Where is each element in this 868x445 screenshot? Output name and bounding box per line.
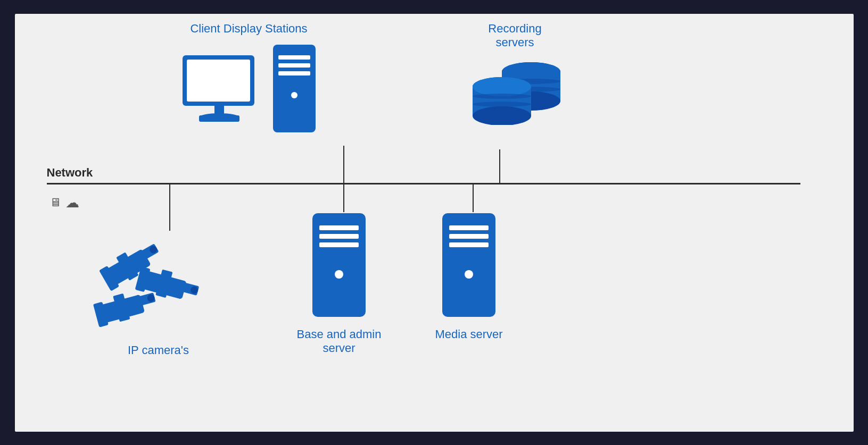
ip-cameras-area: IP camera's [84,216,233,357]
svg-point-20 [473,94,531,99]
vline-media-server-down [473,183,474,212]
base-admin-server-icon [310,211,368,322]
svg-point-21 [473,102,531,107]
media-server-label: Media server [435,328,503,341]
network-line [47,183,800,184]
vline-recording-servers-up [499,149,500,183]
media-server-area: Media server [435,211,503,341]
svg-rect-6 [278,55,310,60]
vline-client-display-up [343,146,344,183]
monitor-icon [180,53,265,135]
svg-rect-4 [199,115,239,122]
svg-point-18 [473,106,531,125]
recording-servers-area: Recording servers [462,22,568,125]
media-server-icon [440,211,498,322]
client-display-stations-label: Client Display Stations [190,22,307,36]
svg-point-19 [473,77,531,96]
diagram-container: Network 🖥 ☁ Client Display Stations [14,13,855,433]
network-label: Network [47,166,93,180]
network-icons: 🖥 ☁ [49,195,79,211]
ethernet-icon: 🖥 [49,196,61,209]
client-display-icons [180,42,318,135]
database-stack-icon [462,56,568,125]
svg-point-49 [465,270,473,279]
desktop-tower-icon [270,42,318,135]
svg-rect-48 [449,242,489,247]
svg-point-9 [291,92,297,98]
svg-rect-8 [278,71,310,75]
svg-rect-47 [449,234,489,239]
svg-rect-43 [319,242,359,247]
ip-cameras-label: IP camera's [128,343,189,357]
svg-rect-42 [319,234,359,239]
svg-rect-7 [278,63,310,68]
vline-base-admin-down [343,183,344,212]
svg-rect-46 [449,225,489,230]
svg-point-44 [335,270,343,279]
recording-servers-label: Recording servers [488,22,541,49]
base-admin-server-label: Base and adminserver [297,328,382,355]
cloud-icon: ☁ [65,195,79,211]
ip-cameras-icon [84,216,233,338]
svg-rect-1 [187,60,250,102]
client-display-stations-area: Client Display Stations [180,22,318,135]
svg-rect-41 [319,225,359,230]
base-admin-server-area: Base and adminserver [297,211,382,355]
